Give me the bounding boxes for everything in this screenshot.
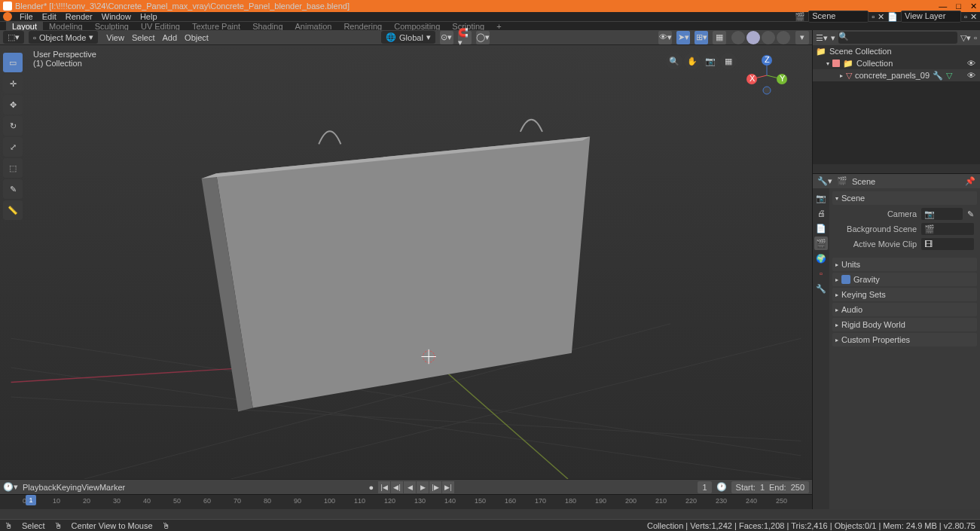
xray-button[interactable]: ▦ [713, 31, 726, 44]
prev-keyframe-button[interactable]: ◀| [391, 481, 403, 493]
visibility-button[interactable]: 👁▾ [658, 31, 672, 44]
panel-custom[interactable]: ▸Custom Properties [832, 333, 977, 346]
outliner-editor-button[interactable]: ☰▾ [816, 33, 828, 43]
viewlayer-field[interactable]: View Layer [901, 11, 961, 23]
proportional-button[interactable]: ◯▾ [476, 31, 490, 44]
panel-rigid[interactable]: ▸Rigid Body World [832, 318, 977, 331]
jump-start-button[interactable]: |◀ [378, 481, 390, 493]
timeline-cursor[interactable]: 1 [26, 495, 36, 505]
tl-menu-keying[interactable]: Keying [56, 483, 82, 492]
play-button[interactable]: ▶ [417, 481, 429, 493]
pin-button[interactable]: 📌 [965, 176, 975, 186]
tl-menu-view[interactable]: View [81, 483, 99, 492]
delete-scene-button[interactable]: ✕ [878, 12, 884, 22]
editor-type-button[interactable]: ⬚▾ [3, 31, 24, 44]
gizmo-button[interactable]: ➤▾ [676, 31, 690, 44]
tool-measure[interactable]: 📏 [3, 200, 23, 220]
outliner-collection[interactable]: ▾ 📁 Collection 👁 [813, 57, 980, 69]
tool-annotate[interactable]: ✎ [3, 179, 23, 199]
filter-button[interactable]: ▽▾ [960, 33, 971, 43]
nav-gizmo[interactable]: X Y Z [744, 53, 789, 98]
camera-field[interactable]: 📷 [921, 208, 963, 220]
snap-button[interactable]: 🧲▾ [458, 31, 472, 44]
visibility-toggle[interactable]: 👁 [967, 71, 975, 80]
shading-solid[interactable] [746, 31, 760, 44]
modifier-icon[interactable]: 🔧 [933, 71, 943, 81]
tab-viewlayer[interactable]: 📄 [814, 221, 828, 235]
mode-select[interactable]: ▫ Object Mode ▾ [29, 31, 98, 44]
tab-sculpting[interactable]: Sculpting [89, 22, 135, 31]
shading-rendered[interactable] [777, 31, 790, 44]
frame-lock-button[interactable]: 🕐 [716, 482, 727, 492]
eyedropper-icon[interactable]: ✎ [967, 209, 974, 219]
orientation-select[interactable]: 🌐 Global ▾ [381, 31, 435, 44]
outliner-scene-collection[interactable]: 📁 Scene Collection [813, 45, 980, 57]
timeline-ruler[interactable]: 1 01020304050607080901001101201301401501… [0, 494, 812, 509]
tab-scene[interactable]: 🎬 [814, 237, 828, 250]
tool-cursor[interactable]: ✛ [3, 74, 23, 93]
tab-rendering[interactable]: Rendering [337, 22, 388, 31]
menu-window[interactable]: Window [97, 12, 136, 21]
tl-menu-marker[interactable]: Marker [99, 483, 125, 492]
visibility-toggle[interactable]: 👁 [967, 59, 975, 68]
tab-compositing[interactable]: Compositing [388, 22, 446, 31]
frame-range[interactable]: Start:1 End:250 [731, 481, 809, 493]
clip-field[interactable]: 🎞 [921, 238, 974, 250]
vp-menu-select[interactable]: Select [128, 33, 159, 42]
jump-end-button[interactable]: ▶| [442, 481, 454, 493]
maximize-button[interactable]: □ [956, 2, 961, 11]
camera-button[interactable]: 📷 [702, 53, 719, 69]
outliner-search[interactable]: 🔍 [838, 32, 957, 44]
tab-modifier[interactable]: 🔧 [814, 282, 828, 295]
bgscene-field[interactable]: 🎬 [921, 223, 974, 235]
new-collection-button[interactable]: ▫ [974, 33, 977, 42]
vp-menu-add[interactable]: Add [159, 33, 182, 42]
tab-texture-paint[interactable]: Texture Paint [186, 22, 246, 31]
new-scene-button[interactable]: ▫ [872, 12, 875, 21]
tab-animation[interactable]: Animation [289, 22, 338, 31]
overlay-button[interactable]: ⊞▾ [695, 31, 708, 44]
current-frame[interactable]: 1 [698, 481, 711, 493]
gravity-checkbox[interactable] [841, 275, 850, 284]
tab-render[interactable]: 📷 [814, 191, 828, 205]
play-reverse-button[interactable]: ◀ [404, 481, 416, 493]
tab-world[interactable]: 🌍 [814, 252, 828, 265]
tool-scale[interactable]: ⤢ [3, 137, 23, 157]
tab-layout[interactable]: Layout [6, 22, 43, 31]
tab-object[interactable]: ▫ [814, 267, 828, 280]
tab-modeling[interactable]: Modeling [43, 22, 89, 31]
new-viewlayer-button[interactable]: ▫ [964, 12, 967, 21]
properties-editor-button[interactable]: 🔧▾ [817, 176, 832, 186]
tri-icon[interactable]: ▾ [826, 60, 829, 67]
tool-rotate[interactable]: ↻ [3, 116, 23, 136]
perspective-button[interactable]: ▦ [720, 53, 737, 69]
zoom-button[interactable]: 🔍 [666, 53, 682, 69]
panel-gravity[interactable]: ▸Gravity [832, 273, 977, 286]
scene-field[interactable]: Scene [808, 11, 869, 23]
tab-output[interactable]: 🖨 [814, 206, 828, 220]
shading-lookdev[interactable] [762, 31, 775, 44]
minimize-button[interactable]: — [939, 2, 947, 11]
tl-menu-playback[interactable]: Playback [23, 483, 56, 492]
pan-button[interactable]: ✋ [684, 53, 701, 69]
close-button[interactable]: ✕ [970, 2, 977, 11]
checkbox-icon[interactable] [832, 60, 840, 67]
mesh-data-icon[interactable]: ▽ [946, 71, 952, 81]
shading-wireframe[interactable] [731, 31, 745, 44]
add-workspace-button[interactable]: + [490, 22, 507, 31]
delete-viewlayer-button[interactable]: ✕ [970, 12, 977, 22]
vp-menu-object[interactable]: Object [181, 33, 212, 42]
autokey-button[interactable]: ● [368, 483, 374, 492]
outliner-object[interactable]: ▸ ▽ concrete_panels_09 🔧 ▽ 👁 [813, 69, 980, 81]
tab-uv-editing[interactable]: UV Editing [135, 22, 186, 31]
menu-edit[interactable]: Edit [38, 12, 61, 21]
next-keyframe-button[interactable]: |▶ [429, 481, 441, 493]
vp-menu-view[interactable]: View [102, 33, 128, 42]
menu-render[interactable]: Render [61, 12, 97, 21]
panel-keying[interactable]: ▸Keying Sets [832, 288, 977, 301]
pivot-button[interactable]: ⊙▾ [440, 31, 453, 44]
viewport[interactable]: ▭ ✛ ✥ ↻ ⤢ ⬚ ✎ 📏 User Perspective (1) Col… [0, 45, 812, 479]
outliner-display-button[interactable]: ▾ [831, 33, 835, 43]
menu-help[interactable]: Help [136, 12, 162, 21]
panel-scene[interactable]: ▾Scene [832, 191, 977, 205]
